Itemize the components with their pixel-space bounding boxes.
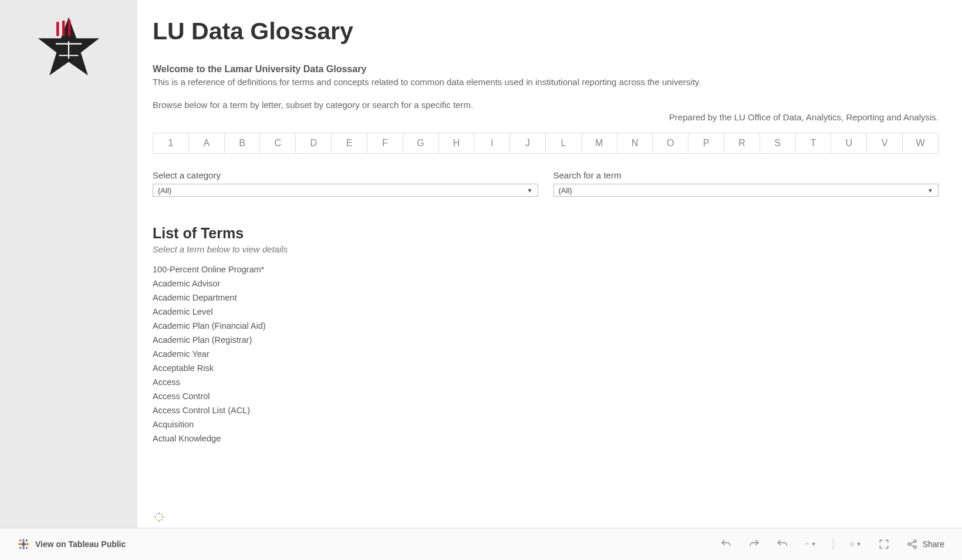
- svg-point-10: [158, 520, 160, 521]
- letter-nav-item-s[interactable]: S: [760, 133, 796, 153]
- bottom-left[interactable]: View on Tableau Public: [18, 538, 126, 550]
- chevron-down-icon: ▼: [856, 541, 862, 547]
- letter-nav-item-b[interactable]: B: [225, 133, 261, 153]
- replay-icon[interactable]: [777, 538, 788, 550]
- svg-point-7: [161, 514, 162, 515]
- term-item[interactable]: Academic Level: [153, 305, 939, 319]
- prepared-by-text: Prepared by the LU Office of Data, Analy…: [153, 112, 939, 122]
- svg-line-39: [910, 545, 913, 546]
- svg-point-35: [908, 543, 910, 545]
- term-item[interactable]: Access Control: [153, 389, 939, 403]
- svg-rect-27: [26, 539, 27, 541]
- term-item[interactable]: Academic Department: [153, 291, 939, 305]
- page-title: LU Data Glossary: [153, 18, 939, 45]
- description-text: This is a reference of definitions for t…: [153, 77, 939, 87]
- fade-overlay: [153, 484, 939, 507]
- lu-logo: [36, 16, 101, 75]
- term-item[interactable]: Academic Plan (Registrar): [153, 333, 939, 347]
- terms-list: 100-Percent Online Program*Academic Advi…: [153, 262, 939, 446]
- letter-nav-item-f[interactable]: F: [367, 133, 403, 153]
- chevron-down-icon: ▼: [811, 541, 816, 547]
- search-select[interactable]: (All) ▼: [553, 184, 939, 197]
- share-button[interactable]: Share: [906, 538, 944, 550]
- loading-spinner-icon: [154, 512, 164, 522]
- letter-nav-item-t[interactable]: T: [796, 133, 832, 153]
- search-filter: Search for a term (All) ▼: [553, 170, 939, 197]
- letter-nav-item-i[interactable]: I: [474, 133, 510, 153]
- category-filter: Select a category (All) ▼: [153, 170, 538, 197]
- letter-nav-item-d[interactable]: D: [296, 133, 332, 153]
- category-filter-label: Select a category: [153, 170, 538, 180]
- letter-nav-item-a[interactable]: A: [189, 133, 225, 153]
- share-label: Share: [923, 539, 944, 549]
- svg-point-9: [161, 519, 162, 520]
- letter-nav-item-c[interactable]: C: [260, 133, 296, 153]
- sidebar: [0, 0, 137, 528]
- letter-nav-item-m[interactable]: M: [582, 133, 617, 153]
- letter-nav-item-v[interactable]: V: [867, 133, 903, 153]
- letter-nav-item-r[interactable]: R: [724, 133, 760, 153]
- svg-point-13: [156, 514, 157, 515]
- letter-nav-item-j[interactable]: J: [510, 133, 546, 153]
- term-item[interactable]: Access: [153, 375, 939, 389]
- letter-nav-item-w[interactable]: W: [903, 133, 938, 153]
- revert-icon[interactable]: ▼: [805, 538, 816, 550]
- letter-nav-item-p[interactable]: P: [688, 133, 724, 153]
- svg-rect-25: [20, 539, 21, 541]
- term-item[interactable]: Acceptable Risk: [153, 361, 939, 375]
- tableau-icon: [18, 538, 29, 550]
- term-item[interactable]: Acquisition: [153, 417, 939, 431]
- svg-point-6: [158, 513, 160, 514]
- svg-rect-15: [22, 540, 25, 541]
- view-on-tableau-link[interactable]: View on Tableau Public: [35, 539, 126, 549]
- chevron-down-icon: ▼: [527, 187, 533, 194]
- letter-nav-item-g[interactable]: G: [403, 133, 439, 153]
- svg-rect-21: [27, 543, 28, 546]
- svg-rect-29: [20, 547, 21, 549]
- welcome-heading: Welcome to the Lamar University Data Glo…: [153, 64, 939, 75]
- letter-nav-item-1[interactable]: 1: [153, 133, 189, 153]
- fullscreen-icon[interactable]: [878, 538, 890, 550]
- letter-nav-item-n[interactable]: N: [617, 133, 653, 153]
- svg-line-38: [910, 542, 913, 544]
- svg-point-8: [162, 517, 163, 518]
- letter-nav-item-o[interactable]: O: [653, 133, 688, 153]
- redo-icon[interactable]: [748, 538, 760, 550]
- letter-nav: 1ABCDEFGHIJLMNOPRSTUVW: [153, 133, 939, 154]
- bottom-right: ▼ ▼: [720, 538, 944, 551]
- svg-point-12: [155, 517, 156, 518]
- letter-nav-item-l[interactable]: L: [546, 133, 582, 153]
- term-item[interactable]: Academic Advisor: [153, 276, 939, 291]
- main-content: LU Data Glossary Welcome to the Lamar Un…: [153, 18, 939, 446]
- share-icon: [906, 538, 918, 550]
- bottom-toolbar: View on Tableau Public ▼: [0, 528, 962, 560]
- search-filter-label: Search for a term: [553, 170, 939, 180]
- filter-row: Select a category (All) ▼ Search for a t…: [153, 170, 939, 197]
- toolbar-separator: [833, 538, 833, 551]
- terms-section: List of Terms Select a term below to vie…: [153, 225, 939, 446]
- term-item[interactable]: 100-Percent Online Program*: [153, 262, 939, 276]
- letter-nav-item-u[interactable]: U: [831, 133, 867, 153]
- svg-point-36: [914, 540, 916, 542]
- category-select[interactable]: (All) ▼: [153, 184, 538, 197]
- category-select-value: (All): [158, 186, 171, 195]
- device-preview-icon[interactable]: ▼: [850, 538, 862, 550]
- chevron-down-icon: ▼: [927, 187, 933, 194]
- terms-subtitle: Select a term below to view details: [153, 244, 939, 254]
- term-item[interactable]: Actual Knowledge: [153, 431, 939, 446]
- term-item[interactable]: Academic Year: [153, 347, 939, 361]
- term-item[interactable]: Access Control List (ACL): [153, 403, 939, 417]
- terms-title: List of Terms: [153, 225, 939, 242]
- svg-rect-17: [22, 548, 25, 549]
- svg-point-11: [156, 519, 157, 520]
- undo-icon[interactable]: [720, 538, 732, 550]
- svg-rect-19: [19, 543, 21, 546]
- svg-rect-32: [850, 543, 853, 545]
- browse-text: Browse below for a term by letter, subse…: [153, 100, 939, 110]
- letter-nav-item-e[interactable]: E: [332, 133, 367, 153]
- search-select-value: (All): [559, 186, 572, 195]
- svg-point-37: [914, 546, 916, 548]
- svg-rect-23: [21, 544, 26, 545]
- letter-nav-item-h[interactable]: H: [439, 133, 475, 153]
- term-item[interactable]: Academic Plan (Financial Aid): [153, 319, 939, 333]
